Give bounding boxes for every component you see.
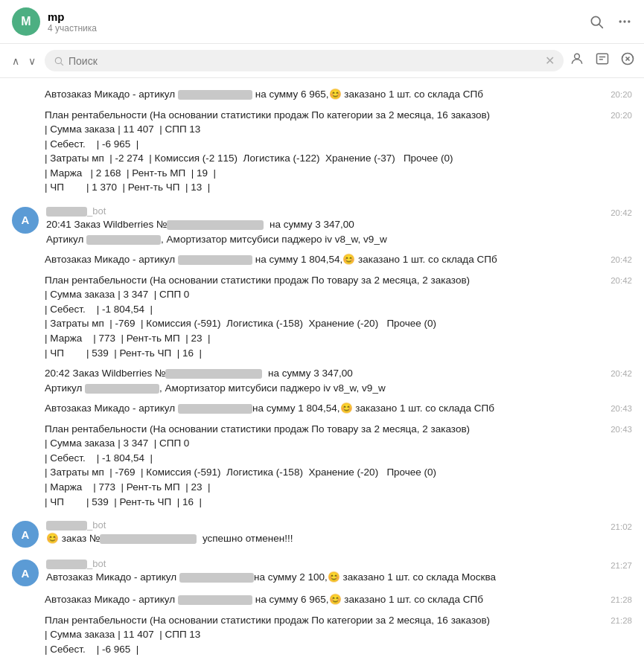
redacted-text (167, 220, 264, 230)
message-content: Автозаказ Микадо - артикул на сумму 6 96… (45, 87, 603, 102)
sender-name: _bot (46, 519, 603, 531)
redacted-name (46, 521, 87, 531)
redacted-text (86, 235, 161, 245)
redacted-name (46, 207, 87, 217)
message-block: План рентабельности (На основании статис… (0, 610, 644, 657)
redacted-text (85, 384, 159, 394)
message-time: 21:28 (610, 616, 632, 625)
mentions-icon[interactable] (595, 51, 610, 70)
message-content: Автозаказ Микадо - артикул на сумму 1 80… (45, 401, 603, 416)
header-info: mp 4 участника (48, 10, 589, 33)
header-avatar: M (12, 7, 40, 36)
contacts-icon[interactable] (570, 51, 584, 70)
message-text: План рентабельности (На основании статис… (45, 613, 603, 657)
member-count: 4 участника (48, 23, 589, 33)
svg-point-5 (55, 57, 61, 63)
message-time: 21:02 (610, 522, 632, 531)
avatar: A (12, 560, 39, 586)
header: M mp 4 участника (0, 0, 644, 44)
svg-point-3 (623, 20, 625, 22)
svg-point-7 (575, 54, 580, 59)
message-block: Автозаказ Микадо - артикул на сумму 6 96… (0, 589, 644, 610)
message-content: _bot 20:41 Заказ Wildberries № на сумму … (46, 205, 603, 246)
message-content: Автозаказ Микадо - артикул на сумму 6 96… (45, 592, 603, 607)
message-time: 20:42 (610, 208, 632, 217)
redacted-text (178, 595, 252, 605)
message-content: _bot Автозаказ Микадо - артикул на сумму… (46, 558, 603, 585)
redacted-name (46, 560, 87, 569)
search-magnifier-icon (54, 56, 64, 66)
message-text: Автозаказ Микадо - артикул на сумму 1 80… (45, 401, 603, 416)
nav-up-button[interactable]: ∧ (9, 54, 22, 68)
svg-line-6 (61, 63, 63, 65)
message-content: _bot 😊 заказ № успешно отменен!!! (46, 519, 603, 546)
search-input-wrap: ✕ (45, 50, 564, 71)
redacted-text (178, 255, 252, 265)
search-navigation: ∧ ∨ (9, 54, 39, 68)
redacted-text (179, 573, 254, 583)
message-text: План рентабельности (На основании статис… (45, 273, 603, 360)
message-block: План рентабельности (На основании статис… (0, 419, 644, 512)
search-actions (570, 51, 635, 70)
message-time: 21:27 (610, 561, 632, 570)
message-content: План рентабельности (На основании статис… (45, 108, 603, 195)
message-text: Автозаказ Микадо - артикул на сумму 6 96… (45, 87, 603, 102)
nav-down-button[interactable]: ∨ (25, 54, 39, 68)
avatar: A (12, 207, 39, 234)
svg-rect-8 (597, 54, 608, 63)
message-text: План рентабельности (На основании статис… (45, 108, 603, 195)
header-actions (589, 14, 632, 29)
message-block: План рентабельности (На основании статис… (0, 105, 644, 198)
message-text: План рентабельности (На основании статис… (45, 422, 603, 509)
redacted-text (100, 534, 197, 544)
message-content: План рентабельности (На основании статис… (45, 422, 603, 509)
message-block: A _bot Автозаказ Микадо - артикул на сум… (0, 555, 644, 589)
message-block: A _bot 😊 заказ № успешно отменен!!! 21:0… (0, 516, 644, 551)
search-bar: ∧ ∨ ✕ (0, 44, 644, 78)
svg-point-2 (619, 20, 622, 22)
message-content: Автозаказ Микадо - артикул на сумму 1 80… (45, 252, 603, 267)
message-time: 20:42 (610, 255, 632, 264)
message-content: План рентабельности (На основании статис… (45, 613, 603, 657)
message-content: 20:42 Заказ Wildberries № на сумму 3 347… (45, 366, 603, 395)
message-block: План рентабельности (На основании статис… (0, 270, 644, 363)
message-text: 20:42 Заказ Wildberries № на сумму 3 347… (45, 366, 603, 395)
message-block: Автозаказ Микадо - артикул на сумму 1 80… (0, 398, 644, 419)
message-text: Автозаказ Микадо - артикул на сумму 2 10… (46, 570, 603, 585)
redacted-text (165, 369, 262, 379)
sender-name: _bot (46, 558, 603, 569)
more-options-icon[interactable] (617, 14, 632, 29)
chat-title: mp (48, 10, 589, 23)
message-text: 20:41 Заказ Wildberries № на сумму 3 347… (46, 217, 603, 246)
chat-area: Автозаказ Микадо - артикул на сумму 6 96… (0, 78, 644, 657)
message-text: 😊 заказ № успешно отменен!!! (46, 531, 603, 546)
sender-name: _bot (46, 205, 603, 217)
redacted-text (178, 90, 252, 100)
message-time: 20:42 (610, 369, 632, 378)
message-block: Автозаказ Микадо - артикул на сумму 1 80… (0, 249, 644, 270)
message-time: 20:20 (610, 90, 632, 99)
message-time: 20:42 (610, 276, 632, 285)
search-icon[interactable] (589, 14, 604, 29)
message-time: 20:43 (610, 425, 632, 434)
message-time: 20:43 (610, 404, 632, 413)
redacted-text (178, 404, 252, 414)
message-time: 21:28 (610, 595, 632, 604)
message-block: 20:42 Заказ Wildberries № на сумму 3 347… (0, 363, 644, 398)
avatar: A (12, 521, 39, 548)
message-text: Автозаказ Микадо - артикул на сумму 6 96… (45, 592, 603, 607)
message-text: Автозаказ Микадо - артикул на сумму 1 80… (45, 252, 603, 267)
close-search-icon[interactable] (620, 51, 635, 70)
svg-line-1 (599, 25, 603, 28)
search-input[interactable] (68, 55, 541, 67)
message-content: План рентабельности (На основании статис… (45, 273, 603, 360)
message-time: 20:20 (610, 111, 632, 120)
clear-search-icon[interactable]: ✕ (545, 54, 555, 68)
message-block: Автозаказ Микадо - артикул на сумму 6 96… (0, 84, 644, 105)
message-block: A _bot 20:41 Заказ Wildberries № на сумм… (0, 202, 644, 249)
svg-point-4 (628, 20, 630, 22)
